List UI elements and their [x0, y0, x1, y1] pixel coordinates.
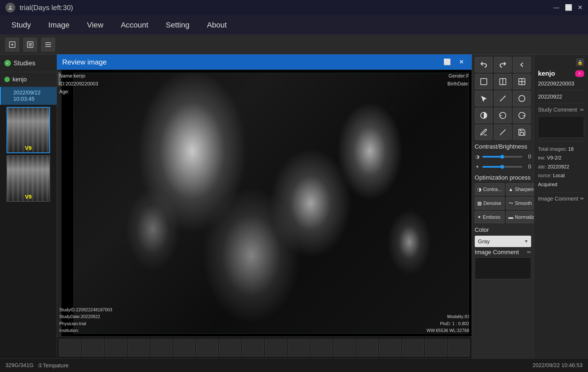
toolbar-new-btn[interactable]	[5, 38, 19, 51]
filmstrip-item[interactable]	[59, 339, 81, 356]
filmstrip-item[interactable]	[196, 339, 218, 356]
info-institution: Institution:	[59, 327, 112, 334]
contrast-slider-row: ◑ 0	[475, 152, 531, 161]
menu-account[interactable]: Account	[118, 19, 152, 32]
svg-point-0	[9, 6, 11, 8]
info-modality: Modality:IO	[427, 313, 469, 320]
thumbnail-area: V9 V9	[0, 105, 57, 358]
tool-line-btn[interactable]	[494, 125, 512, 140]
toolbar-menu-btn[interactable]	[41, 38, 55, 51]
filmstrip-item[interactable]	[151, 339, 172, 356]
tool-quad-view-btn[interactable]	[513, 74, 531, 89]
menu-view[interactable]: View	[84, 19, 106, 32]
image-viewport[interactable]: Name:kenjo ID:202209220003 Age: Gender:F…	[57, 70, 472, 337]
stats-section: Total images: 18 ew: V9-2/2 ate: 2022092…	[538, 145, 584, 189]
tool-back-btn[interactable]	[475, 57, 492, 72]
filmstrip-item[interactable]	[105, 339, 127, 356]
study-comment-edit-icon[interactable]: ✏	[580, 107, 584, 113]
filmstrip-item[interactable]	[128, 339, 149, 356]
menu-study[interactable]: Study	[8, 19, 34, 32]
contrast-slider[interactable]	[482, 156, 523, 158]
v-scrollbar[interactable]	[57, 70, 62, 336]
filmstrip-item[interactable]	[379, 339, 401, 356]
lock-icon[interactable]: 🔒	[576, 58, 584, 66]
menu-image[interactable]: Image	[45, 19, 73, 32]
filmstrip-item[interactable]	[402, 339, 424, 356]
divider-1	[538, 90, 584, 90]
app-icon	[5, 3, 15, 13]
menu-setting[interactable]: Setting	[163, 19, 193, 32]
opt-sharpen-btn[interactable]: ▲ Sharpenin...	[506, 183, 534, 195]
menu-about[interactable]: About	[204, 19, 230, 32]
review-close-btn[interactable]: ✕	[457, 57, 466, 67]
temp-status: ①Tempature	[38, 362, 69, 369]
info-ww: WW:65536 WL:32768	[427, 327, 469, 334]
studies-label: Studies	[14, 59, 35, 67]
tool-save-btn[interactable]	[513, 125, 531, 140]
tool-row-5	[475, 125, 531, 140]
study-comment-box[interactable]	[538, 116, 584, 138]
filmstrip-item[interactable]	[425, 339, 447, 356]
tool-dual-view-btn[interactable]	[494, 74, 512, 89]
image-comment-box[interactable]	[475, 257, 531, 279]
close-button[interactable]: ✕	[578, 4, 583, 11]
filmstrip-item[interactable]	[265, 339, 287, 356]
filmstrip-item[interactable]	[173, 339, 195, 356]
study-date-item[interactable]: 2022/09/22 10:03:45	[0, 87, 57, 105]
brightness-slider[interactable]	[482, 166, 523, 168]
tool-undo-btn[interactable]	[494, 108, 512, 123]
patient-name-row: kenjo ♀	[538, 70, 584, 77]
opt-denoise-label: Denoise	[483, 201, 501, 206]
study-comment-label: Study Comment	[538, 107, 577, 113]
review-window: Review image ⬜ ✕ Name:kenjo ID:202209220…	[57, 54, 472, 358]
app-title: trial(Days left:30)	[20, 4, 73, 12]
opt-emboss-label: Emboss	[483, 214, 501, 220]
thumbnail-1[interactable]: V9	[7, 107, 50, 153]
filmstrip-item[interactable]	[242, 339, 264, 356]
sidebar-left: ✓ Studies kenjo 2022/09/22 10:03:45 V9 V…	[0, 54, 57, 358]
image-comment-right-edit-icon[interactable]: ✏	[580, 196, 584, 202]
filmstrip-item[interactable]	[448, 339, 470, 356]
info-physician: Physician:trial	[59, 320, 112, 327]
brightness-thumb[interactable]	[500, 165, 504, 169]
tool-annotate-btn[interactable]	[475, 125, 492, 140]
tool-circle-btn[interactable]	[513, 91, 531, 106]
tool-contrast-circle-btn[interactable]	[475, 108, 492, 123]
divider-2	[538, 103, 584, 103]
opt-smooth-btn[interactable]: 〜 Smooth	[506, 197, 534, 210]
review-maximize-btn[interactable]: ⬜	[442, 57, 452, 67]
color-select[interactable]: Gray Hot Cool Bone Rainbow	[475, 236, 531, 247]
filmstrip-item[interactable]	[333, 339, 355, 356]
opt-normalize-icon: ▬	[509, 214, 513, 220]
tool-redo-btn[interactable]	[513, 108, 531, 123]
study-comment-row: Study Comment ✏	[538, 107, 584, 113]
minimize-button[interactable]: —	[553, 4, 559, 11]
maximize-button[interactable]: ⬜	[565, 4, 572, 11]
filmstrip-item[interactable]	[82, 339, 104, 356]
opt-contrast-btn[interactable]: ◑ Contra...	[475, 183, 504, 195]
patient-check-icon	[4, 77, 10, 82]
thumbnail-2[interactable]: V9	[7, 155, 50, 202]
opt-denoise-btn[interactable]: ▦ Denoise	[475, 197, 504, 210]
tool-row-3	[475, 91, 531, 106]
tool-single-view-btn[interactable]	[475, 74, 492, 89]
tool-forward-btn[interactable]	[494, 57, 512, 72]
filmstrip-item[interactable]	[288, 339, 310, 356]
filmstrip-item[interactable]	[219, 339, 241, 356]
patient-item[interactable]: kenjo	[0, 72, 57, 87]
tool-measure-btn[interactable]	[494, 91, 512, 106]
tool-left-btn[interactable]	[513, 57, 531, 72]
opt-sharpen-label: Sharpenin...	[515, 187, 534, 192]
toolbar-list-btn[interactable]	[23, 38, 37, 51]
window-controls: — ⬜ ✕	[553, 4, 583, 11]
optimization-label: Optimization process	[475, 173, 531, 182]
tool-cursor-btn[interactable]	[475, 91, 492, 106]
opt-emboss-btn[interactable]: ✦ Emboss	[475, 211, 504, 223]
filmstrip-item[interactable]	[356, 339, 378, 356]
contrast-value: 0	[525, 153, 531, 160]
filmstrip-item[interactable]	[311, 339, 332, 356]
contrast-thumb[interactable]	[500, 155, 504, 159]
opt-normalize-btn[interactable]: ▬ Normalize	[506, 211, 534, 223]
image-comment-edit-icon[interactable]: ✏	[527, 249, 531, 255]
title-bar: trial(Days left:30) — ⬜ ✕	[0, 0, 588, 15]
